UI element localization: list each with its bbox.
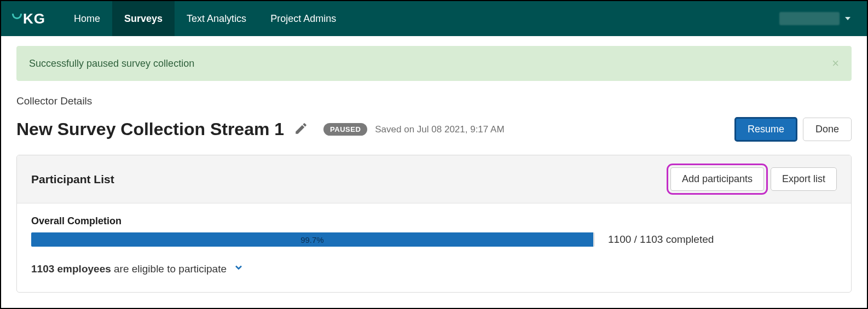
content-area: Successfully paused survey collection × … [1,36,867,302]
user-menu[interactable] [779,12,856,25]
progress-bar: 99.7% [31,232,595,247]
participant-panel: Participant List Add participants Export… [16,155,852,293]
saved-timestamp: Saved on Jul 08 2021, 9:17 AM [375,124,504,135]
eligible-count: 1103 employees [31,263,111,275]
nav-items: Home Surveys Text Analytics Project Admi… [62,1,348,36]
edit-icon[interactable] [294,121,308,138]
completion-label: Overall Completion [31,215,837,227]
alert-message: Successfully paused survey collection [29,58,194,69]
nav-item-surveys[interactable]: Surveys [112,1,175,36]
top-nav: KG Home Surveys Text Analytics Project A… [1,1,867,36]
export-list-button[interactable]: Export list [771,167,837,191]
logo[interactable]: KG [12,10,45,27]
eligible-row: 1103 employees are eligible to participa… [31,262,837,276]
user-name-obscured [779,12,840,25]
title-row: New Survey Collection Stream 1 PAUSED Sa… [16,117,852,142]
done-button[interactable]: Done [803,118,852,141]
add-participants-button[interactable]: Add participants [670,167,764,191]
panel-body: Overall Completion 99.7% 1100 / 1103 com… [17,203,851,292]
logo-text: KG [23,10,45,27]
section-label: Collector Details [16,95,852,107]
eligible-text: are eligible to participate [111,263,227,275]
completion-count: 1100 / 1103 completed [608,234,714,246]
alert-close-button[interactable]: × [832,57,839,69]
progress-percent-text: 99.7% [300,235,324,244]
nav-item-project-admins[interactable]: Project Admins [258,1,348,36]
page-title: New Survey Collection Stream 1 [16,119,284,139]
nav-item-text-analytics[interactable]: Text Analytics [175,1,258,36]
panel-header: Participant List Add participants Export… [17,155,851,203]
panel-title: Participant List [31,173,114,186]
progress-row: 99.7% 1100 / 1103 completed [31,232,837,247]
resume-button[interactable]: Resume [734,117,797,142]
success-alert: Successfully paused survey collection × [16,46,852,81]
logo-smile-icon [12,14,22,19]
status-badge: PAUSED [323,123,367,136]
progress-fill: 99.7% [31,232,593,247]
expand-eligible-icon[interactable] [233,262,244,276]
nav-item-home[interactable]: Home [62,1,112,36]
chevron-down-icon [845,17,850,20]
